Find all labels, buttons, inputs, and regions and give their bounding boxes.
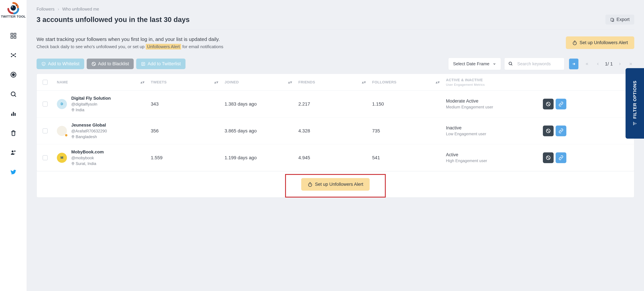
breadcrumb-current: Who unfollowed me — [62, 7, 99, 12]
table-header: NAME▴▾ TWEETS▴▾ JOINED▴▾ FRIENDS▴▾ FOLLO… — [37, 74, 634, 91]
page-next-button[interactable] — [616, 60, 624, 68]
svg-rect-5 — [14, 36, 16, 38]
account-name[interactable]: MobyBook.com — [71, 149, 104, 155]
activity-cell: Moderate Active Medium Engagement user — [446, 99, 540, 109]
page-indicator: 1/ 1 — [605, 61, 613, 67]
svg-point-13 — [11, 92, 15, 96]
tweets-value: 1.559 — [151, 155, 224, 160]
block-button[interactable] — [543, 152, 554, 163]
followers-value: 735 — [372, 128, 446, 134]
breadcrumb: Followers › Who unfollowed me — [36, 7, 634, 12]
followers-value: 541 — [372, 155, 446, 160]
avatar: M — [57, 153, 67, 163]
activity-sublabel: Low Engagement user — [446, 132, 540, 136]
col-name[interactable]: NAME▴▾ — [57, 80, 151, 84]
blacklist-label: Add to Blacklist — [98, 61, 129, 67]
tweets-value: 343 — [151, 101, 224, 107]
block-button[interactable] — [543, 99, 554, 109]
nav-twitter-icon[interactable] — [8, 167, 18, 177]
arrow-right-icon — [572, 62, 576, 66]
setup-unfollowers-alert-button-top[interactable]: Set up Unfollowers Alert — [566, 37, 634, 49]
filter-options-tab[interactable]: FILTER OPTIONS — [626, 68, 644, 139]
whitelist-label: Add to Whitelist — [48, 61, 80, 67]
row-checkbox[interactable] — [42, 128, 48, 133]
activity-cell: Inactive Low Engagement user — [446, 125, 540, 136]
col-tweets[interactable]: TWEETS▴▾ — [151, 80, 224, 84]
link-button[interactable] — [556, 152, 566, 163]
page-prev-button[interactable] — [594, 60, 602, 68]
row-checkbox[interactable] — [42, 102, 48, 107]
search-input[interactable] — [516, 58, 564, 70]
bulk-actions: Add to Whitelist Add to Blacklist Add to… — [36, 59, 186, 69]
link-button[interactable] — [556, 126, 566, 136]
col-joined[interactable]: JOINED▴▾ — [224, 80, 298, 84]
date-frame-select[interactable]: Select Date Frame — [448, 58, 501, 70]
search-go-button[interactable] — [569, 59, 578, 69]
svg-point-18 — [14, 151, 16, 152]
alert-highlight-link[interactable]: Unfollowers Alert — [146, 44, 181, 50]
timer-icon — [572, 40, 577, 45]
friends-value: 2.217 — [298, 101, 372, 107]
nav-analytics-icon[interactable] — [8, 109, 18, 119]
nav-network-icon[interactable] — [8, 50, 18, 60]
avatar — [57, 126, 67, 136]
nav-target-icon[interactable] — [8, 70, 18, 80]
sidebar: TWITTER TOOL — [0, 0, 27, 291]
svg-point-12 — [12, 74, 14, 76]
breadcrumb-parent[interactable]: Followers — [36, 7, 54, 12]
bottom-alert-section: Set up Unfollowers Alert — [36, 171, 634, 197]
nav-users-icon[interactable] — [8, 148, 18, 158]
col-followers[interactable]: FOLLOWERS▴▾ — [372, 80, 446, 84]
page-first-button[interactable] — [584, 60, 591, 68]
add-to-blacklist-button[interactable]: Add to Blacklist — [87, 59, 134, 69]
page-last-button[interactable] — [627, 60, 634, 68]
svg-rect-16 — [14, 113, 16, 116]
account-cell: Jeunesse Global @ArafatR70632290 Banglad… — [57, 123, 151, 139]
col-friends[interactable]: FRIENDS▴▾ — [298, 80, 372, 84]
row-actions — [540, 99, 574, 109]
sort-icon: ▴▾ — [288, 80, 292, 84]
account-location: Surat, India — [71, 161, 104, 166]
joined-value: 3.865 days ago — [224, 128, 298, 134]
svg-rect-14 — [11, 114, 12, 116]
block-button[interactable] — [543, 126, 554, 136]
activity-level: Active — [446, 152, 540, 157]
activity-level: Moderate Active — [446, 99, 540, 104]
svg-rect-3 — [14, 33, 16, 35]
sort-icon: ▴▾ — [214, 80, 218, 84]
main-content: Followers › Who unfollowed me 3 accounts… — [27, 0, 644, 204]
followers-value: 1.150 — [372, 101, 446, 107]
nav-search-icon[interactable] — [8, 89, 18, 99]
filter-tab-label: FILTER OPTIONS — [632, 81, 638, 119]
filter-icon — [632, 121, 637, 126]
account-name[interactable]: Digital Fly Solution — [71, 96, 111, 101]
joined-value: 1.383 days ago — [224, 101, 298, 107]
row-checkbox[interactable] — [42, 155, 48, 160]
logo-icon — [7, 2, 20, 15]
add-to-whitelist-button[interactable]: Add to Whitelist — [36, 59, 84, 69]
account-location: India — [71, 108, 111, 112]
nav-trash-icon[interactable] — [8, 128, 18, 138]
unfollowers-table: NAME▴▾ TWEETS▴▾ JOINED▴▾ FRIENDS▴▾ FOLLO… — [36, 74, 634, 171]
account-handle: @mobybook — [71, 156, 104, 160]
link-button[interactable] — [556, 99, 566, 109]
tweets-value: 356 — [151, 128, 224, 134]
account-handle: @digitalflysoln — [71, 102, 111, 107]
add-to-twitterlist-button[interactable]: Add to Twitterlist — [136, 59, 186, 69]
search-wrap — [504, 58, 564, 70]
activity-sublabel: Medium Engagement user — [446, 105, 540, 109]
svg-rect-19 — [611, 18, 613, 21]
account-handle: @ArafatR70632290 — [71, 129, 107, 133]
export-button[interactable]: Export — [606, 15, 634, 25]
row-actions — [540, 152, 574, 163]
row-actions — [540, 126, 574, 136]
col-activity: ACTIVE & INACTIVE User Engagement Metric… — [446, 78, 540, 87]
info-line-1: We start tracking your followers when yo… — [36, 37, 224, 42]
twitterlist-label: Add to Twitterlist — [148, 61, 181, 67]
nav-dashboard-icon[interactable] — [8, 31, 18, 41]
svg-rect-15 — [13, 112, 14, 116]
brand-logo: TWITTER TOOL — [1, 2, 26, 19]
block-icon — [92, 62, 96, 66]
select-all-checkbox[interactable] — [42, 80, 48, 85]
account-name[interactable]: Jeunesse Global — [71, 123, 107, 128]
